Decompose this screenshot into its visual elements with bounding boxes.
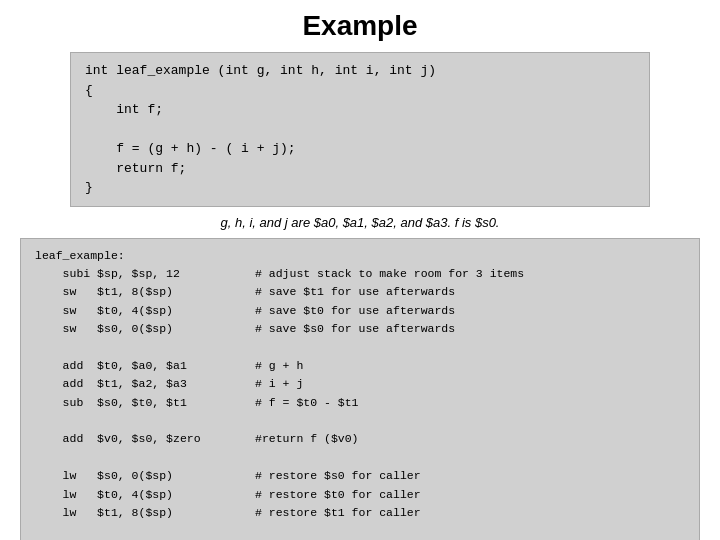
c-code-line: f = (g + h) - ( i + j); [85, 139, 635, 159]
c-code-line: int leaf_example (int g, int h, int i, i… [85, 61, 635, 81]
asm-instruction: sw $s0, 0($sp) [35, 320, 255, 338]
asm-instruction: leaf_example: [35, 247, 255, 265]
asm-line [35, 449, 685, 467]
asm-line: sw $s0, 0($sp)# save $s0 for use afterwa… [35, 320, 685, 338]
c-code-line: { [85, 81, 635, 101]
asm-line: lw $t1, 8($sp)# restore $t1 for caller [35, 504, 685, 522]
asm-line: add $t1, $a2, $a3# i + j [35, 375, 685, 393]
asm-instruction: add $t1, $a2, $a3 [35, 375, 255, 393]
asm-line: add $t0, $a0, $a1# g + h [35, 357, 685, 375]
asm-comment: # save $t1 for use afterwards [255, 283, 455, 301]
page: Example int leaf_example (int g, int h, … [0, 0, 720, 540]
asm-line: sub $s0, $t0, $t1# f = $t0 - $t1 [35, 394, 685, 412]
c-code-content: int leaf_example (int g, int h, int i, i… [85, 61, 635, 198]
asm-instruction: sw $t0, 4($sp) [35, 302, 255, 320]
asm-comment: # restore $t0 for caller [255, 486, 421, 504]
c-code-block: int leaf_example (int g, int h, int i, i… [70, 52, 650, 207]
asm-line: add $v0, $s0, $zero#return f ($v0) [35, 430, 685, 448]
asm-comment: # adjust stack to make room for 3 items [255, 265, 524, 283]
asm-comment: # save $s0 for use afterwards [255, 320, 455, 338]
c-code-line [85, 120, 635, 140]
c-code-line: } [85, 178, 635, 198]
asm-comment: #return f ($v0) [255, 430, 359, 448]
asm-line: subi $sp, $sp, 12# adjust stack to make … [35, 265, 685, 283]
asm-comment: # restore $s0 for caller [255, 467, 421, 485]
asm-line: lw $s0, 0($sp)# restore $s0 for caller [35, 467, 685, 485]
asm-instruction: subi $sp, $sp, 12 [35, 265, 255, 283]
asm-instruction: lw $t0, 4($sp) [35, 486, 255, 504]
asm-comment: # f = $t0 - $t1 [255, 394, 359, 412]
asm-code-block: leaf_example: subi $sp, $sp, 12# adjust … [20, 238, 700, 541]
asm-line: leaf_example: [35, 247, 685, 265]
asm-line: lw $t0, 4($sp)# restore $t0 for caller [35, 486, 685, 504]
asm-comment: # save $t0 for use afterwards [255, 302, 455, 320]
asm-instruction: add $v0, $s0, $zero [35, 430, 255, 448]
asm-line: sw $t1, 8($sp)# save $t1 for use afterwa… [35, 283, 685, 301]
asm-instruction: sub $s0, $t0, $t1 [35, 394, 255, 412]
asm-line [35, 338, 685, 356]
asm-comment: # i + j [255, 375, 303, 393]
asm-line [35, 412, 685, 430]
c-code-line: return f; [85, 159, 635, 179]
asm-comment: # restore $t1 for caller [255, 504, 421, 522]
asm-comment: # g + h [255, 357, 303, 375]
asm-instruction: lw $s0, 0($sp) [35, 467, 255, 485]
asm-instruction: sw $t1, 8($sp) [35, 283, 255, 301]
asm-code-content: leaf_example: subi $sp, $sp, 12# adjust … [35, 247, 685, 541]
caption-text: g, h, i, and j are $a0, $a1, $a2, and $a… [221, 215, 500, 230]
page-title: Example [302, 10, 417, 42]
asm-instruction: add $t0, $a0, $a1 [35, 357, 255, 375]
asm-line [35, 522, 685, 540]
c-code-line: int f; [85, 100, 635, 120]
asm-line: sw $t0, 4($sp)# save $t0 for use afterwa… [35, 302, 685, 320]
asm-instruction: lw $t1, 8($sp) [35, 504, 255, 522]
